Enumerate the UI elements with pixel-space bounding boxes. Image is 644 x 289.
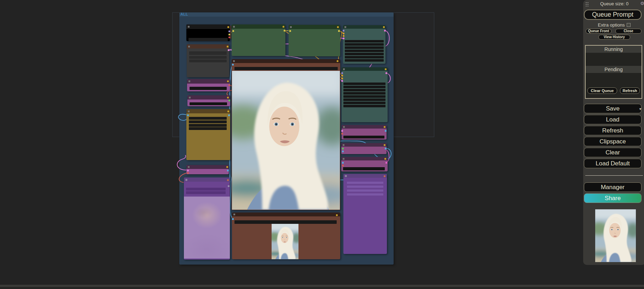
node-slot-dot[interactable]: [228, 185, 230, 187]
settings-gear-icon[interactable]: ⚙: [640, 1, 644, 6]
node-collapse-icon[interactable]: [188, 80, 190, 82]
node-slot-dot[interactable]: [343, 35, 344, 37]
node-title-bar[interactable]: [341, 157, 388, 160]
node-collapse-icon[interactable]: [345, 175, 347, 177]
node-slot-dot[interactable]: [228, 114, 230, 116]
node-slot-dot[interactable]: [342, 165, 344, 166]
extra-options-checkbox[interactable]: [627, 23, 631, 27]
graph-node[interactable]: [289, 25, 340, 56]
queue-prompt-button[interactable]: Queue Prompt: [584, 10, 642, 20]
node-slot-dot[interactable]: [228, 49, 230, 51]
node-slot-dot[interactable]: [385, 162, 387, 164]
graph-node[interactable]: [187, 79, 230, 91]
node-title-bar[interactable]: [187, 95, 230, 100]
load-button[interactable]: Load: [584, 115, 642, 124]
manager-button[interactable]: Manager: [584, 182, 642, 192]
clipspace-button[interactable]: Clipspace: [584, 137, 642, 146]
node-title-bar[interactable]: [341, 143, 387, 147]
graph-node[interactable]: [232, 212, 340, 259]
node-title-bar[interactable]: [289, 25, 340, 29]
node-title-bar[interactable]: [186, 165, 229, 169]
node-title-bar[interactable]: [232, 59, 340, 63]
node-collapse-icon[interactable]: [233, 214, 235, 215]
save-button[interactable]: Save: [584, 104, 642, 113]
graph-node[interactable]: [230, 26, 231, 39]
node-slot-dot[interactable]: [384, 158, 386, 160]
node-slot-dot[interactable]: [284, 30, 285, 32]
node-collapse-icon[interactable]: [189, 97, 191, 98]
refresh-button[interactable]: Refresh: [584, 126, 642, 135]
node-collapse-icon[interactable]: [343, 144, 344, 146]
load-default-button[interactable]: Load Default: [584, 159, 642, 168]
node-slot-dot[interactable]: [385, 148, 387, 149]
node-title-bar[interactable]: [343, 25, 385, 29]
refresh-queue-button[interactable]: Refresh: [620, 87, 640, 94]
node-slot-dot[interactable]: [187, 172, 189, 174]
graph-node[interactable]: [186, 165, 229, 174]
graph-node[interactable]: [342, 67, 388, 122]
node-slot-dot[interactable]: [283, 26, 284, 28]
node-collapse-icon[interactable]: [343, 126, 345, 128]
share-button[interactable]: Share: [584, 193, 642, 203]
node-slot-dot[interactable]: [232, 218, 234, 220]
node-slot-dot[interactable]: [384, 30, 386, 32]
node-title-bar[interactable]: [184, 177, 230, 182]
node-slot-dot[interactable]: [384, 126, 385, 128]
graph-node[interactable]: [184, 177, 230, 260]
node-slot-dot[interactable]: [336, 214, 338, 216]
node-slot-dot[interactable]: [342, 148, 344, 149]
node-collapse-icon[interactable]: [188, 26, 190, 28]
node-collapse-icon[interactable]: [185, 179, 187, 181]
node-slot-dot[interactable]: [228, 100, 230, 101]
node-title-bar[interactable]: [343, 174, 387, 178]
node-slot-dot[interactable]: [385, 130, 387, 132]
node-collapse-icon[interactable]: [233, 26, 235, 28]
node-slot-dot[interactable]: [341, 75, 343, 76]
graph-node[interactable]: [232, 59, 340, 210]
node-title-bar[interactable]: [186, 24, 230, 29]
node-slot-dot[interactable]: [341, 133, 343, 135]
node-collapse-icon[interactable]: [188, 166, 190, 168]
node-slot-dot[interactable]: [341, 80, 343, 82]
node-slot-dot[interactable]: [343, 38, 344, 39]
node-title-bar[interactable]: [186, 109, 230, 113]
node-slot-dot[interactable]: [187, 114, 189, 116]
graph-node[interactable]: [187, 95, 230, 106]
graph-node[interactable]: [343, 25, 385, 64]
node-title-bar[interactable]: [342, 125, 387, 129]
node-title-bar[interactable]: [187, 79, 230, 84]
clear-button[interactable]: Clear: [584, 148, 642, 157]
node-slot-dot[interactable]: [187, 170, 189, 171]
graph-node[interactable]: [187, 44, 229, 77]
node-slot-dot[interactable]: [226, 166, 228, 168]
node-slot-dot[interactable]: [341, 72, 343, 74]
close-button[interactable]: Close: [615, 29, 642, 34]
graph-node[interactable]: [186, 109, 230, 160]
node-slot-dot[interactable]: [385, 72, 387, 74]
node-slot-dot[interactable]: [227, 26, 229, 28]
menu-drag-handle-icon[interactable]: [585, 2, 589, 6]
node-slot-dot[interactable]: [228, 36, 230, 38]
node-title-bar[interactable]: [232, 24, 285, 29]
graph-node[interactable]: [341, 157, 388, 171]
graph-node[interactable]: [341, 143, 387, 154]
node-collapse-icon[interactable]: [188, 110, 190, 112]
node-slot-dot[interactable]: [342, 162, 344, 164]
node-slot-dot[interactable]: [227, 170, 229, 171]
node-collapse-icon[interactable]: [233, 60, 235, 62]
node-slot-dot[interactable]: [227, 97, 229, 98]
node-slot-dot[interactable]: [227, 179, 229, 181]
node-collapse-icon[interactable]: [344, 26, 346, 28]
clear-queue-button[interactable]: Clear Queue: [587, 87, 617, 94]
node-slot-dot[interactable]: [227, 46, 228, 47]
node-slot-dot[interactable]: [228, 84, 230, 86]
node-slot-dot[interactable]: [228, 30, 230, 32]
node-slot-dot[interactable]: [341, 130, 343, 132]
node-slot-dot[interactable]: [341, 78, 343, 79]
node-slot-dot[interactable]: [383, 26, 385, 28]
node-collapse-icon[interactable]: [343, 158, 344, 160]
node-slot-dot[interactable]: [337, 26, 339, 28]
node-slot-dot[interactable]: [343, 33, 344, 34]
node-slot-dot[interactable]: [232, 30, 234, 32]
node-slot-dot[interactable]: [343, 30, 344, 32]
